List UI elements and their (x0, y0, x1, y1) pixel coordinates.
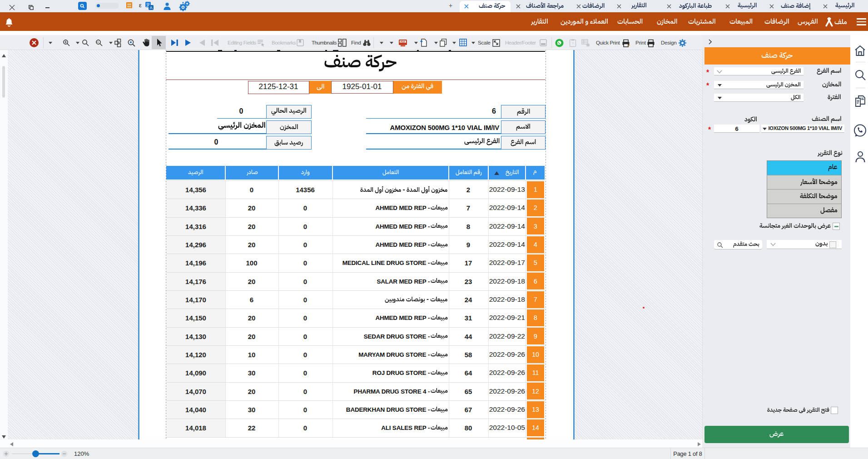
svg-text:A: A (149, 5, 152, 10)
svg-text:PDF: PDF (401, 40, 406, 43)
svg-text:?: ? (572, 41, 574, 45)
